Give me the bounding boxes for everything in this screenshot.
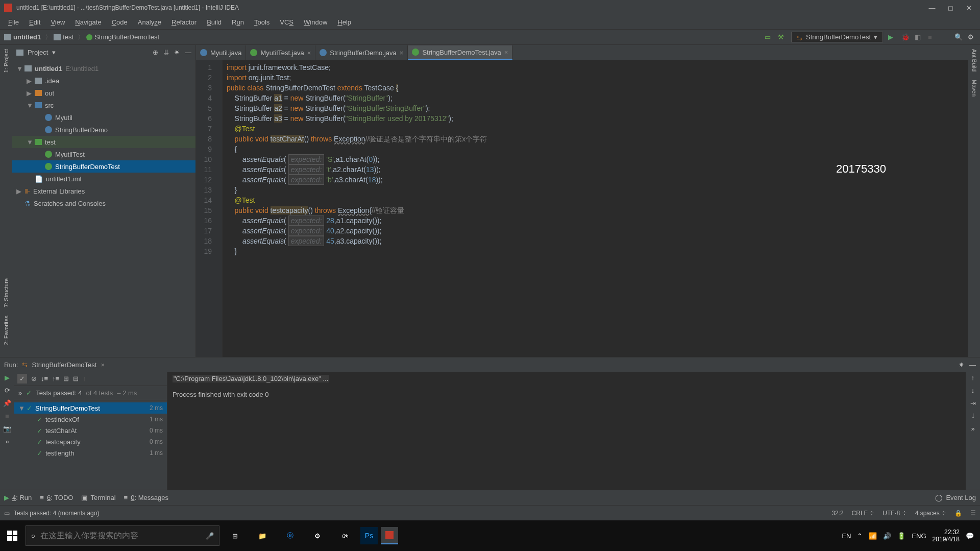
lang-indicator[interactable]: EN	[842, 532, 851, 540]
lock-icon[interactable]: 🔒	[954, 510, 962, 517]
menu-edit[interactable]: Edit	[25, 16, 44, 28]
pin-icon[interactable]: 📌	[3, 399, 11, 407]
hide-icon[interactable]: —	[969, 361, 976, 369]
wifi-icon[interactable]: 📶	[869, 532, 877, 540]
editor-tab[interactable]: MyutilTest.java×	[246, 45, 315, 60]
tree-row[interactable]: StringBufferDemoTest	[12, 160, 195, 173]
scroll-icon[interactable]: ⤓	[970, 412, 976, 420]
event-log-icon[interactable]: ◯	[935, 494, 943, 501]
tool-favorites[interactable]: 2: Favorites	[3, 316, 9, 345]
run-output[interactable]: "C:\Program Files\Java\jdk1.8.0_102\bin\…	[167, 372, 966, 490]
bottom-messages[interactable]: ≡0: Messages	[124, 494, 168, 501]
editor-tab[interactable]: StringBufferDemoTest.java×	[408, 45, 512, 60]
run-tree[interactable]: ▼✓StringBufferDemoTest2 ms✓testindexOf1 …	[14, 400, 167, 490]
line-sep[interactable]: CRLF ≑	[852, 510, 875, 517]
ime-indicator[interactable]: ENG	[912, 532, 926, 540]
menu-code[interactable]: Code	[108, 16, 132, 28]
tool-maven[interactable]: Maven	[971, 80, 977, 97]
gear-icon[interactable]: ✷	[959, 361, 964, 369]
bottom-run[interactable]: ▶4: Run	[4, 494, 32, 501]
up-arrow-icon[interactable]: ↑	[971, 374, 975, 381]
tree-row[interactable]: StringBufferDemo	[12, 124, 195, 136]
gear-icon[interactable]: ✷	[174, 49, 180, 56]
test-row[interactable]: ✓testcapacity0 ms	[14, 436, 167, 447]
tree-row[interactable]: Myutil	[12, 111, 195, 124]
tool-ant[interactable]: Ant Build	[971, 49, 977, 71]
coverage-button[interactable]: ◧	[915, 33, 923, 41]
sort-icon2[interactable]: ↑≡	[52, 375, 59, 382]
debug-button[interactable]: 🐞	[901, 33, 910, 41]
tree-row[interactable]: ▼src	[12, 99, 195, 111]
tree-row[interactable]: ⚗Scratches and Consoles	[12, 197, 195, 209]
minimize-button[interactable]: —	[929, 5, 935, 11]
volume-icon[interactable]: 🔊	[883, 532, 891, 540]
test-row[interactable]: ▼✓StringBufferDemoTest2 ms	[14, 402, 167, 414]
tool-structure[interactable]: 7: Structure	[3, 278, 9, 307]
explorer-icon[interactable]: 📁	[250, 523, 275, 548]
camera-icon[interactable]: 📷	[3, 425, 11, 433]
menu-window[interactable]: Window	[300, 16, 331, 28]
menu-build[interactable]: Build	[203, 16, 226, 28]
close-tab-icon[interactable]: ×	[400, 49, 404, 57]
mic-icon[interactable]: 🎤	[206, 532, 214, 540]
menu-tools[interactable]: Tools	[250, 16, 274, 28]
tree-row[interactable]: ▼untitled1 E:\untitled1	[12, 62, 195, 75]
collapse-all-icon[interactable]: ⊟	[73, 375, 79, 382]
encoding[interactable]: UTF-8 ≑	[883, 510, 906, 517]
chevron-down-icon[interactable]: ▾	[52, 49, 56, 56]
target-icon[interactable]: ⊕	[153, 49, 158, 56]
settings-icon[interactable]: ⚙	[305, 523, 330, 548]
expand-icon[interactable]: »	[5, 438, 9, 445]
battery-icon[interactable]: 🔋	[897, 532, 905, 540]
close-tab-icon[interactable]: ×	[101, 361, 105, 369]
up-icon[interactable]: ↑	[83, 375, 86, 382]
run-button[interactable]: ▶	[888, 33, 896, 41]
photoshop-icon[interactable]: Ps	[360, 527, 378, 544]
breadcrumb-class[interactable]: StringBufferDemoTest	[86, 33, 159, 41]
tree-row[interactable]: ▶⊪External Libraries	[12, 185, 195, 197]
taskview-icon[interactable]: ⊞	[223, 523, 247, 548]
bottom-terminal[interactable]: ▣Terminal	[81, 494, 115, 501]
menu-analyze[interactable]: Analyze	[134, 16, 165, 28]
menu-file[interactable]: File	[4, 16, 23, 28]
menu-refactor[interactable]: Refactor	[167, 16, 201, 28]
tool-project[interactable]: 1: Project	[3, 49, 9, 73]
tree-row[interactable]: ▶out	[12, 87, 195, 99]
sort-icon[interactable]: ↓≡	[41, 375, 48, 382]
menu-vcs[interactable]: VCS	[276, 16, 298, 28]
editor-tab[interactable]: StringBufferDemo.java×	[315, 45, 408, 60]
hammer-icon[interactable]: ⚒	[778, 33, 786, 41]
taskbar-search[interactable]: ○ 🎤	[26, 525, 219, 546]
store-icon[interactable]: 🛍	[333, 523, 357, 548]
indent[interactable]: 4 spaces ≑	[915, 510, 946, 517]
notifications-icon[interactable]: 💬	[966, 532, 974, 540]
stop-button[interactable]: ■	[928, 33, 936, 41]
test-row[interactable]: ✓testindexOf1 ms	[14, 414, 167, 425]
event-log[interactable]: Event Log	[946, 494, 976, 501]
expand-icon[interactable]: »	[971, 425, 974, 433]
menu-run[interactable]: Run	[228, 16, 248, 28]
editor-tab[interactable]: Myutil.java	[196, 45, 246, 60]
start-button[interactable]	[2, 525, 22, 546]
test-row[interactable]: ✓testCharAt0 ms	[14, 425, 167, 436]
close-tab-icon[interactable]: ×	[307, 49, 311, 57]
breadcrumb-root[interactable]: untitled1	[4, 33, 41, 41]
stop-button[interactable]: ■	[5, 412, 9, 420]
collapse-icon[interactable]: ⇊	[163, 49, 169, 56]
hide-icon[interactable]: —	[185, 49, 191, 56]
intellij-icon[interactable]	[381, 527, 398, 544]
tree-row[interactable]: ▼test	[12, 136, 195, 148]
edge-icon[interactable]: ⓔ	[278, 523, 302, 548]
wrap-icon[interactable]: ⇥	[970, 399, 976, 407]
close-button[interactable]: ✕	[966, 5, 972, 11]
search-icon[interactable]: 🔍	[954, 33, 963, 41]
maximize-button[interactable]: ◻	[947, 5, 953, 11]
bottom-todo[interactable]: ≡6: TODO	[40, 494, 73, 501]
settings-icon[interactable]: ⚙	[968, 33, 976, 41]
cancel-icon[interactable]: ⊘	[31, 375, 37, 382]
menu-navigate[interactable]: Navigate	[71, 16, 105, 28]
close-tab-icon[interactable]: ×	[504, 49, 508, 56]
menu-view[interactable]: View	[46, 16, 69, 28]
tree-row[interactable]: ▶.idea	[12, 75, 195, 87]
menu-icon[interactable]: ☰	[970, 510, 976, 517]
